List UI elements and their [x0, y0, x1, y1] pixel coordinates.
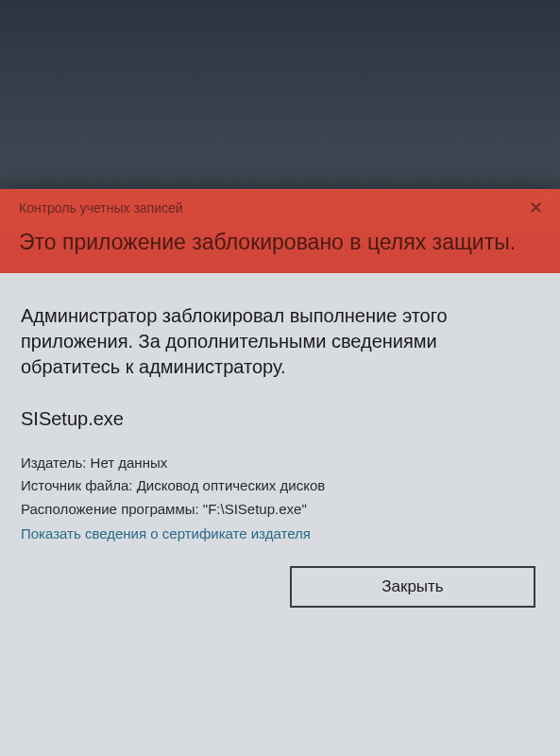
block-message: Администратор заблокировал выполнение эт… [21, 303, 539, 380]
certificate-link[interactable]: Показать сведения о сертификате издателя [21, 524, 311, 545]
close-icon[interactable]: ✕ [524, 197, 547, 219]
location-value: "F:\SISetup.exe" [203, 501, 307, 517]
uac-dialog: Контроль учетных записей ✕ Это приложени… [0, 189, 560, 756]
location-label: Расположение программы: [21, 501, 199, 517]
publisher-value: Нет данных [91, 455, 168, 471]
button-row: Закрыть [21, 566, 539, 608]
source-label: Источник файла: [21, 477, 133, 493]
dialog-header: Контроль учетных записей ✕ Это приложени… [0, 189, 560, 273]
publisher-row: Издатель: Нет данных [21, 453, 539, 474]
source-value: Дисковод оптических дисков [137, 477, 326, 493]
dialog-title: Это приложение заблокировано в целях защ… [19, 229, 541, 256]
publisher-label: Издатель: [21, 455, 86, 471]
details-section: Издатель: Нет данных Источник файла: Дис… [21, 453, 539, 545]
dialog-caption: Контроль учетных записей [19, 200, 541, 215]
close-button[interactable]: Закрыть [290, 566, 535, 608]
source-row: Источник файла: Дисковод оптических диск… [21, 475, 539, 497]
blocked-filename: SISetup.exe [21, 408, 539, 430]
dialog-body: Администратор заблокировал выполнение эт… [0, 273, 560, 627]
location-row: Расположение программы: "F:\SISetup.exe" [21, 499, 539, 521]
